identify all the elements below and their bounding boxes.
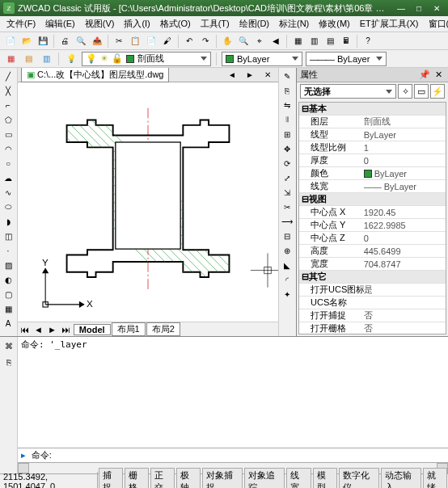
prop-row[interactable]: 打开UCS图标是 xyxy=(299,284,446,297)
dc-icon[interactable]: ▥ xyxy=(306,34,321,48)
props-pin-icon[interactable]: 📌 xyxy=(416,69,433,80)
prop-row[interactable]: UCS名称 xyxy=(299,297,446,309)
print-icon[interactable]: 🖨 xyxy=(57,34,72,48)
prop-row[interactable]: 打开栅格否 xyxy=(299,322,446,334)
table-icon[interactable]: ▦ xyxy=(2,302,15,315)
rect-icon[interactable]: ▭ xyxy=(2,128,15,141)
collapse-icon[interactable]: ⊟ xyxy=(301,271,309,282)
prop-row[interactable]: 宽度704.8747 xyxy=(299,258,446,271)
scale-icon[interactable]: ⤢ xyxy=(281,171,294,184)
fillet-icon[interactable]: ◜ xyxy=(281,273,294,286)
model-viewport[interactable]: X Y xyxy=(18,82,278,322)
prop-value[interactable]: 1622.9985 xyxy=(364,221,446,230)
menu-dim[interactable]: 标注(N) xyxy=(274,16,314,32)
prop-row[interactable]: 线型比例1 xyxy=(299,141,446,154)
revcloud-icon[interactable]: ☁ xyxy=(2,171,15,184)
mirror-icon[interactable]: ⇋ xyxy=(281,99,294,111)
prop-value[interactable]: 1920.45 xyxy=(364,208,446,217)
menu-window[interactable]: 窗口(W) xyxy=(424,16,448,32)
open-icon[interactable]: 📂 xyxy=(19,34,34,48)
prop-value[interactable]: 剖面线 xyxy=(364,116,446,128)
copy-obj-icon[interactable]: ⎘ xyxy=(281,84,294,97)
rotate-icon[interactable]: ⟳ xyxy=(281,157,294,170)
zoom-rt-icon[interactable]: 🔍 xyxy=(236,34,251,48)
undo-icon[interactable]: ↶ xyxy=(182,34,197,48)
tab-close-icon[interactable]: ✕ xyxy=(260,68,275,82)
prop-row[interactable]: 厚度0 xyxy=(299,154,446,167)
array-icon[interactable]: ⊞ xyxy=(281,128,294,141)
arc-icon[interactable]: ◠ xyxy=(2,142,15,155)
xline-icon[interactable]: ╳ xyxy=(2,84,15,97)
layer-dropdown[interactable]: 💡☀🔓 剖面线 xyxy=(82,52,211,66)
extend-icon[interactable]: ⟶ xyxy=(281,215,294,228)
paste-icon[interactable]: 📄 xyxy=(144,34,158,48)
prop-value[interactable]: 否 xyxy=(364,322,446,334)
menu-edit[interactable]: 编辑(E) xyxy=(40,16,80,32)
select-obj-icon[interactable]: ▭ xyxy=(414,84,429,99)
match-icon[interactable]: 🖌 xyxy=(160,34,175,48)
move-icon[interactable]: ✥ xyxy=(281,142,294,155)
explode-icon[interactable]: ✦ xyxy=(281,288,294,301)
prop-value[interactable]: 0 xyxy=(364,156,446,166)
region-icon[interactable]: ▢ xyxy=(2,288,15,301)
menu-format[interactable]: 格式(O) xyxy=(155,16,196,32)
circle-icon[interactable]: ○ xyxy=(2,157,15,170)
chamfer-icon[interactable]: ◣ xyxy=(281,259,294,271)
trim-icon[interactable]: ✂ xyxy=(281,200,294,213)
redo-icon[interactable]: ↷ xyxy=(198,34,213,48)
layer-states-icon[interactable]: ▤ xyxy=(21,52,36,66)
prop-row[interactable]: 颜色 ByLayer xyxy=(299,167,446,180)
pan-icon[interactable]: ✋ xyxy=(220,34,235,48)
prop-group[interactable]: ⊟基本 xyxy=(299,103,446,116)
minimize-button[interactable]: — xyxy=(393,2,409,14)
linetype-dropdown[interactable]: ——— ByLayer xyxy=(306,52,387,66)
publish-icon[interactable]: 📤 xyxy=(90,34,104,48)
menu-modify[interactable]: 修改(M) xyxy=(314,16,355,32)
pline-icon[interactable]: ⌐ xyxy=(2,99,15,111)
menu-et[interactable]: ET扩展工具(X) xyxy=(355,16,424,32)
prop-group[interactable]: ⊟视图 xyxy=(299,193,446,206)
copy-icon[interactable]: 📋 xyxy=(128,34,142,48)
layout-next-icon[interactable]: ► xyxy=(45,325,59,334)
block-icon[interactable]: ◫ xyxy=(2,229,15,242)
snap-toggle[interactable]: 捕捉 xyxy=(99,468,123,489)
ellipse-arc-icon[interactable]: ◗ xyxy=(2,215,15,228)
point-icon[interactable]: · xyxy=(2,244,15,257)
osnap-toggle[interactable]: 对象捕捉 xyxy=(202,468,243,489)
menu-draw[interactable]: 绘图(D) xyxy=(235,16,274,32)
prop-value[interactable]: 1 xyxy=(364,143,446,153)
prop-row[interactable]: 线宽—— ByLayer xyxy=(299,180,446,193)
layout-last-icon[interactable]: ⏭ xyxy=(59,325,73,334)
ellipse-icon[interactable]: ⬭ xyxy=(2,200,15,213)
prop-value[interactable]: —— ByLayer xyxy=(364,182,446,191)
prop-value[interactable]: 445.6499 xyxy=(364,246,446,256)
layout-tab-model[interactable]: Model xyxy=(74,324,111,335)
prop-row[interactable]: 高度445.6499 xyxy=(299,245,446,258)
polygon-icon[interactable]: ⬠ xyxy=(2,113,15,126)
lweight-toggle[interactable]: 线宽 xyxy=(286,468,311,489)
ortho-toggle[interactable]: 正交 xyxy=(150,468,175,489)
menu-file[interactable]: 文件(F) xyxy=(2,16,40,32)
prop-row[interactable]: 中心点 Z0 xyxy=(299,232,446,245)
layout-tab-2[interactable]: 布局2 xyxy=(146,322,180,336)
prop-value[interactable]: 是 xyxy=(364,284,446,296)
maximize-button[interactable]: □ xyxy=(411,2,427,14)
cmd-tool2-icon[interactable]: ⎘ xyxy=(2,355,16,369)
tab-nav-right-icon[interactable]: ► xyxy=(243,68,257,82)
line-icon[interactable]: ╱ xyxy=(2,69,15,82)
close-button[interactable]: ✕ xyxy=(429,2,445,14)
dyn-toggle[interactable]: 动态输入 xyxy=(381,468,421,489)
menu-insert[interactable]: 插入(I) xyxy=(119,16,154,32)
command-line[interactable]: ▸ 命令: xyxy=(18,448,448,462)
prop-row[interactable]: 图层剖面线 xyxy=(299,116,446,128)
new-icon[interactable]: 📄 xyxy=(3,34,18,48)
zoom-win-icon[interactable]: ⌖ xyxy=(252,34,267,48)
props-close-icon[interactable]: ✕ xyxy=(433,69,445,80)
spline-icon[interactable]: ∿ xyxy=(2,186,15,199)
erase-icon[interactable]: ✎ xyxy=(281,69,294,82)
cmd-tool1-icon[interactable]: ⌘ xyxy=(2,339,16,353)
tab-nav-left-icon[interactable]: ◄ xyxy=(225,68,239,82)
gradient-icon[interactable]: ◐ xyxy=(2,273,15,286)
mtext-icon[interactable]: A xyxy=(2,317,15,330)
model-toggle[interactable]: 模型 xyxy=(313,468,337,489)
